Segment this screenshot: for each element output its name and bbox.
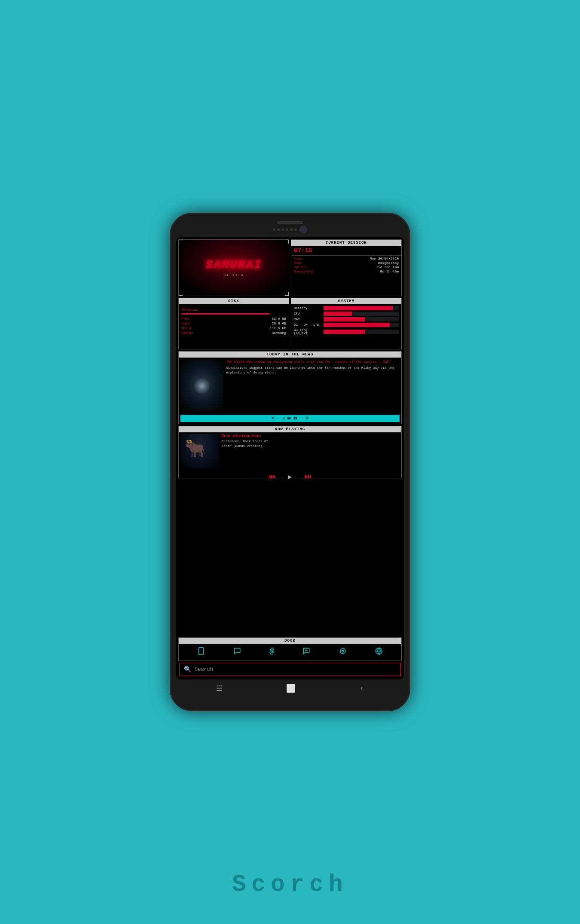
sys-bar-wifi-container <box>324 330 399 334</box>
session-row-uptime: Uptime 11d 20h 49m <box>294 265 399 269</box>
sys-bar-wifi <box>324 330 365 334</box>
sys-bar-battery <box>324 306 393 310</box>
sys-bar-net-container <box>324 323 399 327</box>
sys-row-cpu: CPU <box>294 312 399 316</box>
player-info: True American Hate Testament: Dark Roots… <box>222 434 400 468</box>
session-label-remaining: Remaining <box>294 269 312 273</box>
logo-title: SAMURAI <box>205 259 262 271</box>
news-counter: 1 OF 25 <box>283 416 297 420</box>
session-time: 07:13 <box>291 246 401 256</box>
disk-value-vendor: Samsung <box>272 331 286 335</box>
disk-label-used: Used <box>181 321 189 325</box>
player-panel: NOW PLAYING True American Hate Testament… <box>178 426 402 478</box>
session-label-date: Date <box>294 257 302 260</box>
nav-menu-button[interactable]: ☰ <box>216 684 222 693</box>
sys-bar-battery-container <box>324 306 399 310</box>
dock-header: DOCK <box>179 638 401 644</box>
search-icon: 🔍 <box>184 666 191 673</box>
sys-label-battery: Battery <box>294 306 322 310</box>
top-row: SAMURAI UI v1.0 CURRENT SESSION 07:13 Da… <box>178 239 402 296</box>
sys-label-cpu: CPU <box>294 312 322 315</box>
nav-home-button[interactable]: ⬜ <box>286 684 296 693</box>
logo-subtitle: UI v1.0 <box>223 273 244 277</box>
svg-rect-0 <box>199 648 204 655</box>
disk-label-total: Total <box>181 326 192 330</box>
front-camera <box>299 226 307 233</box>
news-body: Simulations suggest stars can be launche… <box>226 366 400 375</box>
dock-panel: DOCK @ <box>178 637 402 661</box>
search-panel[interactable]: 🔍 Search <box>179 663 401 676</box>
player-album: Testament: Dark Roots OfEarth (Bonus Ver… <box>222 439 400 448</box>
session-label-uptime: Uptime <box>294 265 306 269</box>
sys-bar-ram-container <box>324 317 399 321</box>
session-row-date: Date Mon 20/04/2020 <box>294 257 399 260</box>
news-header: TODAY IN THE NEWS <box>179 352 401 358</box>
disk-label-free: Free <box>181 317 189 321</box>
phone-dots <box>273 228 297 231</box>
disk-rows: Free 83.6 GB Used 29.0 GB Total 112.6 GB <box>179 315 289 349</box>
sys-bar-cpu <box>324 312 352 316</box>
dock-icon-chat[interactable] <box>233 647 241 657</box>
disk-panel: DISK Internal Free 83.6 GB Used 29.0 GB <box>178 298 289 349</box>
disk-row-vendor: Vendor Samsung <box>181 331 286 335</box>
phone-camera-row <box>176 226 404 233</box>
nav-back-button[interactable]: ‹ <box>360 685 364 692</box>
svg-point-3 <box>340 649 345 654</box>
disk-row-used: Used 29.0 GB <box>181 321 286 325</box>
phone-device: SAMURAI UI v1.0 CURRENT SESSION 07:13 Da… <box>170 213 410 711</box>
search-input[interactable]: Search <box>195 667 213 673</box>
player-content: True American Hate Testament: Dark Roots… <box>179 432 401 470</box>
nav-bar: ☰ ⬜ ‹ <box>176 679 404 696</box>
sys-row-net: 02 - UK - LTE <box>294 323 399 327</box>
session-value-user: @digmotmag <box>378 261 399 265</box>
system-rows: Battery CPU RAM <box>291 304 401 349</box>
news-headline: The Milky Way could be exploding stars i… <box>226 359 400 364</box>
session-value-date: Mon 20/04/2020 <box>370 257 399 260</box>
sys-bar-cpu-container <box>324 312 399 316</box>
session-header: CURRENT SESSION <box>291 240 401 246</box>
empty-space <box>178 480 402 636</box>
dock-icon-at[interactable]: @ <box>269 647 274 657</box>
logo-panel: SAMURAI UI v1.0 <box>178 239 289 296</box>
disk-row-total: Total 112.6 GB <box>181 326 286 330</box>
sys-bar-ram <box>324 317 365 321</box>
scorch-text: Scorch <box>232 871 348 898</box>
sys-label-net: 02 - UK - LTE <box>294 323 322 327</box>
session-row-user: User @digmotmag <box>294 261 399 265</box>
sys-label-ram: RAM <box>294 318 322 321</box>
sys-label-wifi: Wu Tang LAN_EXT <box>294 328 322 335</box>
session-label-user: User <box>294 261 302 265</box>
news-image <box>180 359 223 411</box>
system-header: SYSTEM <box>291 298 401 304</box>
system-panel: SYSTEM Battery CPU <box>291 298 402 349</box>
sys-row-battery: Battery <box>294 306 399 310</box>
screen-content: SAMURAI UI v1.0 CURRENT SESSION 07:13 Da… <box>176 237 404 679</box>
dock-icon-globe[interactable] <box>375 647 383 657</box>
session-row-remaining: Remaining 0d 1h 40m <box>294 269 399 273</box>
sys-row-ram: RAM <box>294 317 399 321</box>
logo-bg: SAMURAI UI v1.0 <box>179 240 289 296</box>
dock-icons: @ <box>179 644 401 661</box>
dock-icon-message[interactable] <box>302 647 310 657</box>
news-next-button[interactable]: > <box>306 416 308 421</box>
sys-row-wifi: Wu Tang LAN_EXT <box>294 328 399 335</box>
news-prev-button[interactable]: < <box>272 416 274 421</box>
phone-speaker <box>277 221 303 224</box>
disk-internal-label: Internal <box>181 308 198 312</box>
dock-icon-camera[interactable] <box>339 647 347 657</box>
disk-row-free: Free 83.6 GB <box>181 317 286 321</box>
player-play-button[interactable]: ▶ <box>288 473 292 480</box>
dock-icon-phone[interactable] <box>197 647 205 657</box>
corner-tl <box>178 239 183 244</box>
news-nav: < 1 OF 25 > <box>180 415 400 422</box>
player-header: NOW PLAYING <box>179 426 401 432</box>
session-value-uptime: 11d 20h 49m <box>376 265 399 269</box>
disk-label-vendor: Vendor <box>181 331 194 335</box>
news-content: The Milky Way could be exploding stars i… <box>179 358 401 415</box>
news-panel: TODAY IN THE NEWS The Milky Way could be… <box>178 351 402 424</box>
mid-row: DISK Internal Free 83.6 GB Used 29.0 GB <box>178 298 402 349</box>
sys-bar-net <box>324 323 390 327</box>
corner-tr <box>285 239 289 244</box>
news-text: The Milky Way could be exploding stars i… <box>226 359 400 413</box>
phone-screen: SAMURAI UI v1.0 CURRENT SESSION 07:13 Da… <box>176 237 404 679</box>
